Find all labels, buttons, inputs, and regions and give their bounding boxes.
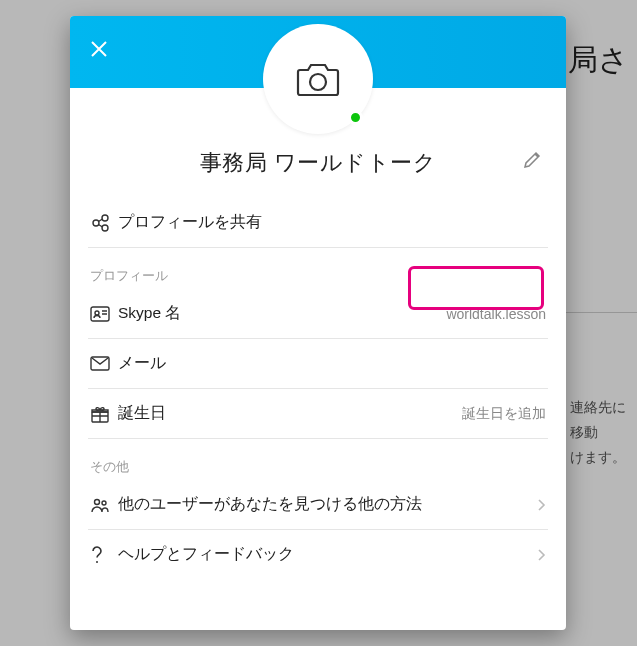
help-label: ヘルプとフィードバック	[118, 544, 528, 565]
birthday-row[interactable]: 誕生日 誕生日を追加	[88, 389, 548, 439]
display-name: 事務局 ワールドトーク	[200, 148, 437, 178]
discover-row[interactable]: 他のユーザーがあなたを見つける他の方法	[88, 480, 548, 530]
skype-name-label: Skype 名	[118, 303, 446, 324]
camera-icon	[296, 60, 340, 98]
section-other-label: その他	[88, 439, 548, 480]
gift-icon	[90, 404, 118, 424]
discover-label: 他のユーザーがあなたを見つける他の方法	[118, 494, 528, 515]
email-label: メール	[118, 353, 546, 374]
presence-online-icon	[348, 110, 363, 125]
people-icon	[90, 496, 118, 514]
profile-modal: 事務局 ワールドトーク プロフィールを共有 プロフィール	[70, 16, 566, 630]
share-profile-row[interactable]: プロフィールを共有	[88, 198, 548, 248]
email-row[interactable]: メール	[88, 339, 548, 389]
svg-point-5	[95, 311, 99, 315]
help-row[interactable]: ヘルプとフィードバック	[88, 530, 548, 579]
svg-point-3	[102, 225, 108, 231]
share-icon	[90, 213, 118, 233]
mail-icon	[90, 356, 118, 371]
close-button[interactable]	[90, 40, 108, 58]
svg-point-8	[95, 499, 100, 504]
birthday-label: 誕生日	[118, 403, 462, 424]
svg-point-2	[102, 215, 108, 221]
svg-point-0	[310, 74, 326, 90]
skype-name-value: worldtalk.lesson	[446, 306, 546, 322]
svg-point-9	[102, 501, 106, 505]
chevron-right-icon	[528, 497, 546, 513]
section-profile-label: プロフィール	[88, 248, 548, 289]
chevron-right-icon	[528, 547, 546, 563]
id-card-icon	[90, 306, 118, 322]
question-icon	[90, 545, 118, 565]
skype-name-row[interactable]: Skype 名 worldtalk.lesson	[88, 289, 548, 339]
modal-body: 事務局 ワールドトーク プロフィールを共有 プロフィール	[70, 88, 566, 579]
close-icon	[90, 40, 108, 58]
svg-point-10	[96, 561, 98, 563]
share-profile-label: プロフィールを共有	[118, 212, 546, 233]
display-name-row: 事務局 ワールドトーク	[88, 148, 548, 178]
pencil-icon	[522, 150, 542, 170]
modal-header	[70, 16, 566, 88]
svg-point-1	[93, 220, 99, 226]
birthday-value: 誕生日を追加	[462, 405, 546, 423]
edit-name-button[interactable]	[522, 150, 544, 172]
